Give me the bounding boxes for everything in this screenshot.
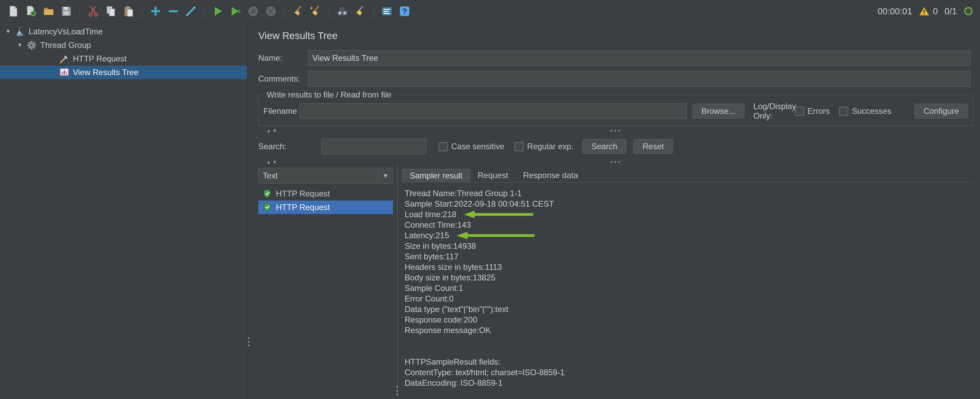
sampler-result-line: Response code:200	[404, 314, 973, 325]
tab-request[interactable]: Request	[470, 169, 515, 182]
sample-item[interactable]: HTTP Request	[258, 187, 393, 201]
sampler-icon	[59, 53, 70, 64]
sampler-result-line: Size in bytes:14938	[404, 241, 973, 251]
sample-item[interactable]: HTTP Request	[258, 201, 393, 214]
toolbar-separator	[80, 5, 80, 17]
view-mode-value: Text	[259, 171, 378, 180]
sampler-result-line: HTTPSampleResult fields:	[404, 356, 973, 367]
log-warnings-indicator[interactable]: 0	[919, 6, 937, 17]
filename-input[interactable]	[299, 103, 687, 119]
toolbar-separator	[142, 5, 142, 17]
browse-button[interactable]: Browse...	[692, 104, 745, 119]
tab-response-data[interactable]: Response data	[515, 169, 585, 182]
detail-pane: Sampler result Request Response data Thr…	[398, 165, 980, 399]
sampler-result-line: Thread Name:Thread Group 1-1	[404, 188, 973, 198]
paste-button[interactable]	[121, 3, 137, 19]
thread-counter: 0/1	[945, 6, 957, 17]
binoculars-icon	[336, 5, 348, 17]
search-toolbar-button[interactable]	[334, 3, 350, 19]
cut-button[interactable]	[86, 3, 101, 19]
start-button[interactable]	[210, 3, 226, 19]
reset-button[interactable]: Reset	[633, 139, 673, 154]
splitter-grip-icon[interactable]	[611, 130, 620, 131]
search-reset-button[interactable]	[352, 3, 368, 19]
sampler-result-line: Latency:215	[404, 230, 973, 241]
latency-value: Latency:215	[404, 231, 449, 240]
open-button[interactable]	[41, 3, 56, 19]
splitter-grip-icon[interactable]	[611, 161, 620, 163]
toolbar-status-cluster: 00:00:01 0 0/1	[878, 0, 973, 22]
write-results-section: Write results to file / Read from file F…	[258, 90, 973, 126]
lower-splitter[interactable]: ▲▼	[250, 159, 980, 165]
cut-icon	[87, 5, 99, 17]
toolbar-separator	[204, 5, 205, 17]
start-no-pauses-button[interactable]	[228, 3, 243, 19]
tree-item-http-request[interactable]: HTTP Request	[0, 52, 247, 66]
toggle-button[interactable]	[183, 3, 199, 19]
sampler-result-line: ContentType: text/html; charset=ISO-8859…	[404, 367, 973, 378]
tree-main-splitter[interactable]	[247, 23, 250, 399]
tree-item-view-results-tree[interactable]: View Results Tree	[0, 66, 247, 79]
save-icon	[60, 5, 73, 17]
name-input[interactable]	[308, 50, 970, 66]
samples-detail-splitter[interactable]	[397, 165, 398, 399]
filename-label: Filename	[263, 106, 299, 116]
shutdown-button[interactable]	[263, 3, 279, 19]
help-button[interactable]: ?	[397, 3, 412, 19]
sampler-result-line: DataEncoding: ISO-8859-1	[404, 378, 973, 388]
templates-button[interactable]	[23, 3, 39, 19]
sampler-result-line	[404, 336, 973, 346]
collapse-all-icon	[167, 5, 179, 17]
sample-list: HTTP Request HTTP Request	[258, 187, 393, 214]
sample-item-label: HTTP Request	[276, 203, 330, 212]
splitter-collapse-arrows-icon[interactable]: ▲▼	[266, 128, 279, 133]
sampler-result-line	[404, 346, 973, 356]
comments-input[interactable]	[308, 71, 970, 87]
errors-checkbox[interactable]	[795, 107, 804, 116]
collapse-arrow-icon[interactable]: ▼	[15, 42, 24, 49]
gear-icon	[26, 40, 37, 51]
search-button[interactable]: Search	[582, 139, 627, 154]
sampler-result-line: Connect Time:143	[404, 220, 973, 230]
flask-icon	[14, 26, 26, 37]
tree-item-thread-group[interactable]: ▼ Thread Group	[0, 38, 247, 52]
tree-item-test-plan[interactable]: ▼ LatencyVsLoadTime	[0, 25, 247, 38]
splitter-collapse-arrows-icon[interactable]: ▲▼	[266, 159, 279, 165]
view-mode-select[interactable]: Text ▼	[258, 168, 393, 184]
detail-tabs: Sampler result Request Response data	[402, 168, 973, 182]
configure-button[interactable]: Configure	[914, 104, 968, 119]
sampler-result-line: Load time:218	[404, 209, 973, 220]
regular-exp-checkbox[interactable]	[514, 142, 524, 151]
warning-icon	[919, 6, 930, 16]
new-test-plan-button[interactable]	[5, 3, 21, 19]
start-no-pauses-icon	[229, 5, 242, 17]
case-sensitive-checkbox[interactable]	[439, 142, 448, 151]
upper-splitter[interactable]: ▲▼	[250, 128, 980, 134]
save-button[interactable]	[59, 3, 74, 19]
splitter-grip-icon[interactable]	[396, 386, 398, 395]
sampler-result-line: Headers size in bytes:1113	[404, 262, 973, 272]
name-label: Name:	[258, 53, 308, 63]
clear-button[interactable]	[290, 3, 305, 19]
sampler-result-line: Sent bytes:117	[404, 251, 973, 262]
open-folder-icon	[43, 5, 55, 17]
samples-pane: Text ▼ HTTP Request HTTP Request	[250, 165, 397, 399]
copy-button[interactable]	[103, 3, 119, 19]
splitter-grip-icon[interactable]	[248, 337, 250, 346]
jmeter-window: ? 00:00:01 0 0/1 ▼ LatencyVsLoadTime ▼ T…	[0, 0, 980, 399]
clear-all-button[interactable]	[308, 3, 323, 19]
expand-all-button[interactable]	[148, 3, 163, 19]
successes-checkbox[interactable]	[839, 107, 848, 116]
stop-button[interactable]	[245, 3, 261, 19]
collapse-arrow-icon[interactable]: ▼	[3, 28, 13, 35]
function-helper-button[interactable]	[379, 3, 395, 19]
regular-exp-label: Regular exp.	[527, 142, 573, 151]
chevron-down-icon[interactable]: ▼	[378, 168, 393, 183]
tab-sampler-result[interactable]: Sampler result	[402, 169, 470, 182]
search-reset-icon	[354, 5, 366, 17]
sampler-result-text: Thread Name:Thread Group 1-1 Sample Star…	[402, 188, 973, 388]
search-input[interactable]	[321, 139, 426, 154]
collapse-all-button[interactable]	[165, 3, 181, 19]
search-label: Search:	[258, 142, 321, 151]
paste-icon	[123, 5, 135, 17]
